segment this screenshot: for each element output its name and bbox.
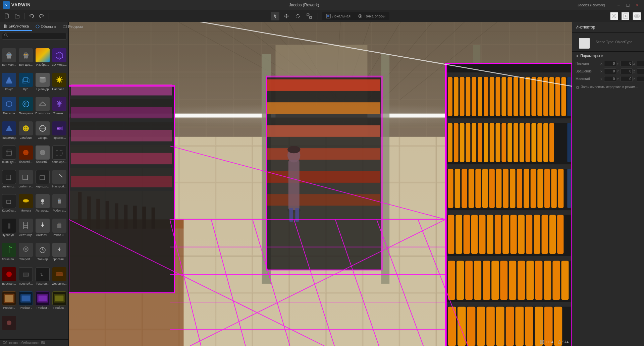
rot-z-input[interactable] xyxy=(637,68,644,74)
grid-item-pointlight[interactable]: Точечн... xyxy=(51,96,68,120)
grid-item-direction[interactable]: Направл... xyxy=(51,71,68,96)
grid-item-lamp[interactable]: Лампоч... xyxy=(34,217,51,242)
svg-rect-193 xyxy=(501,77,506,116)
grid-item-smiley[interactable]: Смайлик xyxy=(17,120,34,145)
search-input[interactable] xyxy=(2,33,66,40)
grid-item-3d-model[interactable]: 3D Моде... xyxy=(51,47,68,71)
grid-item-simple2[interactable]: простая... xyxy=(1,266,17,290)
grid-item-bot-small[interactable]: Бот Мал... xyxy=(1,47,17,71)
svg-rect-208 xyxy=(472,123,476,162)
grid-item-sphere[interactable]: Сфера xyxy=(34,120,51,145)
redo-button[interactable] xyxy=(37,12,46,20)
grid-item-box-large[interactable]: ящик дл... xyxy=(1,144,17,169)
tab-objects[interactable]: Объекты xyxy=(32,22,59,31)
grid-item-bot-dev[interactable]: Бот Дев... xyxy=(17,47,34,71)
close-button[interactable]: × xyxy=(635,2,640,8)
grid-item-pyramid[interactable]: Пирамида xyxy=(1,120,17,145)
grid-item-simple1[interactable]: простая... xyxy=(51,241,68,266)
svg-rect-235 xyxy=(537,169,543,208)
grid-item-custom-y[interactable]: custom y... xyxy=(17,169,34,193)
svg-point-67 xyxy=(23,199,29,202)
tab-resources[interactable]: Ресурсы xyxy=(59,22,86,31)
grid-item-cylinder[interactable]: Цилиндр xyxy=(34,71,51,96)
grid-item-panorama[interactable]: Панорама xyxy=(17,96,34,120)
lock-hierarchy-row[interactable]: Зафиксировать иерархию в режим... xyxy=(572,83,644,91)
pivot-mode-button[interactable]: Точка опоры xyxy=(355,13,389,19)
params-section-header[interactable]: Параметры ▶ xyxy=(572,52,644,60)
svg-rect-240 xyxy=(455,215,462,254)
grid-item-extra1[interactable]: ... xyxy=(1,314,17,339)
viewport[interactable]: 1124 574 xyxy=(69,22,572,346)
svg-rect-242 xyxy=(471,215,478,254)
settings-button[interactable] xyxy=(610,12,619,20)
svg-rect-274 xyxy=(506,307,514,346)
play-button[interactable] xyxy=(621,12,630,20)
scale-z-input[interactable] xyxy=(637,76,644,82)
grid-item-product1[interactable]: Product . xyxy=(1,290,17,314)
grid-item-robot-n[interactable]: Робот н... xyxy=(51,217,68,242)
grid-item-basketball2[interactable]: баскетб... xyxy=(34,144,51,169)
move-tool[interactable] xyxy=(282,12,291,20)
scale-tool[interactable] xyxy=(305,12,314,20)
grid-item-coin[interactable]: Монета xyxy=(17,193,34,217)
svg-rect-229 xyxy=(496,169,501,208)
grid-item-projector[interactable]: Прожек... xyxy=(51,120,68,145)
rot-y-input[interactable] xyxy=(621,68,633,74)
grid-item-text[interactable]: T Текстов... xyxy=(34,266,51,290)
grid-item-box-med[interactable]: ящик дл... xyxy=(34,169,51,193)
rotate-tool[interactable] xyxy=(293,12,302,20)
grid-item-product4[interactable]: Product . xyxy=(51,290,68,314)
grid-item-teleport[interactable]: Teleport... xyxy=(17,241,34,266)
svg-point-44 xyxy=(25,104,26,105)
undo-button[interactable] xyxy=(27,12,36,20)
scale-field: Масштаб X Y Z xyxy=(572,75,644,83)
svg-rect-187 xyxy=(466,77,471,116)
local-mode-button[interactable]: Локальная xyxy=(323,13,354,19)
grid-item-timer[interactable]: Таймер xyxy=(34,241,51,266)
tab-library[interactable]: Библиотека xyxy=(0,22,32,31)
grid-item-box-small[interactable]: Коробка... xyxy=(1,193,17,217)
grid-item-plane[interactable]: Плоскость xyxy=(34,96,51,120)
svg-rect-63 xyxy=(23,175,28,180)
grid-item-wood[interactable]: Деревян... xyxy=(51,266,68,290)
grid-item-zone-med[interactable]: зона сре... xyxy=(51,144,68,169)
svg-rect-215 xyxy=(514,123,518,162)
grid-item-simple3[interactable]: простой... xyxy=(17,266,34,290)
grid-item-ladder[interactable]: Лестница xyxy=(17,217,34,242)
vr-button[interactable] xyxy=(633,12,641,20)
grid-item-cone[interactable]: Конус xyxy=(1,71,17,96)
grid-item-robot-a[interactable]: Робот а... xyxy=(51,193,68,217)
svg-rect-21 xyxy=(7,53,11,58)
svg-rect-18 xyxy=(6,25,7,28)
select-tool[interactable] xyxy=(271,12,279,20)
new-button[interactable] xyxy=(3,12,11,20)
pos-y-input[interactable] xyxy=(621,61,633,66)
viewport-canvas: 1124 574 xyxy=(69,22,572,346)
grid-item-remote[interactable]: Пульт уп... xyxy=(1,217,17,242)
rot-x-input[interactable] xyxy=(604,68,616,74)
grid-item-product2[interactable]: Product . xyxy=(17,290,34,314)
open-button[interactable] xyxy=(13,12,21,20)
svg-rect-271 xyxy=(477,307,485,346)
grid-item-cube[interactable]: Куб xyxy=(17,71,34,96)
grid-item-product3[interactable]: Product , xyxy=(34,290,51,314)
svg-rect-169 xyxy=(71,176,172,187)
scale-x-input[interactable] xyxy=(604,76,616,82)
svg-rect-108 xyxy=(22,295,30,301)
pos-x-input[interactable] xyxy=(604,61,616,66)
minimize-button[interactable]: − xyxy=(616,2,621,8)
svg-rect-266 xyxy=(552,261,560,300)
grid-item-basketball1[interactable]: баскетб... xyxy=(17,144,34,169)
scale-y-input[interactable] xyxy=(621,76,633,82)
pos-z-input[interactable] xyxy=(637,61,644,66)
grid-item-flying[interactable]: Летающ... xyxy=(34,193,51,217)
maximize-button[interactable]: □ xyxy=(625,2,631,8)
svg-rect-210 xyxy=(484,123,488,162)
grid-item-hexagon[interactable]: Гексагон xyxy=(1,96,17,120)
grid-item-point-p[interactable]: Точка по... xyxy=(1,241,17,266)
grid-item-image[interactable]: Изобра... xyxy=(34,47,51,71)
left-tabs: Библиотека Объекты Ресурсы xyxy=(0,22,68,31)
svg-rect-199 xyxy=(537,77,542,116)
grid-item-settings[interactable]: Настрой... xyxy=(51,169,68,193)
grid-item-custom-z[interactable]: custom z... xyxy=(1,169,17,193)
